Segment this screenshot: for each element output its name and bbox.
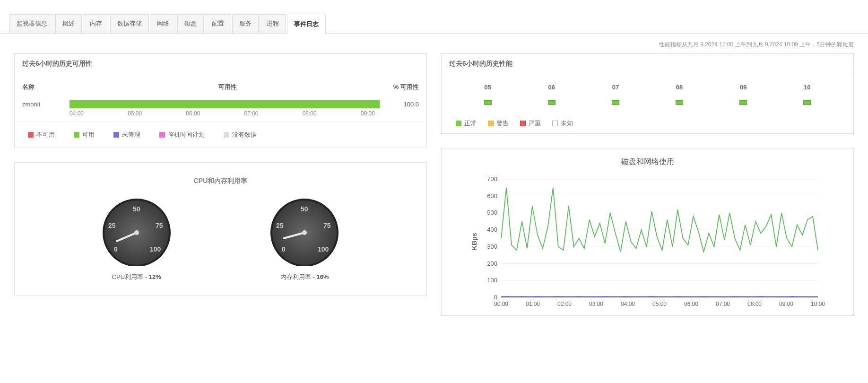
svg-point-7 (134, 230, 139, 235)
svg-text:25: 25 (108, 222, 116, 229)
row-percent: 100.0 (386, 101, 419, 108)
tab-network[interactable]: 网络 (150, 14, 176, 33)
legend-unknown: 未知 (552, 119, 573, 128)
table-row: zmonit 100.0 (15, 95, 426, 108)
svg-text:700: 700 (487, 175, 497, 183)
svg-text:50: 50 (133, 205, 140, 213)
svg-text:0: 0 (114, 245, 118, 253)
tab-memory[interactable]: 内存 (83, 14, 109, 33)
svg-text:02:00: 02:00 (557, 301, 571, 307)
svg-point-15 (302, 230, 307, 235)
perf-hour: 05 (484, 84, 491, 91)
tab-bar: 监视器信息 概述 内存 数据存储 网络 磁盘 配置 服务 进程 事件日志 (0, 14, 868, 34)
svg-text:300: 300 (487, 243, 497, 250)
legend-downtime: 停机时间计划 (159, 131, 205, 139)
svg-text:100: 100 (487, 277, 497, 284)
legend-label: 未知 (561, 119, 573, 128)
status-box-icon (612, 100, 619, 105)
svg-text:04:00: 04:00 (620, 301, 634, 307)
svg-text:500: 500 (487, 209, 497, 216)
perf-hour: 06 (548, 84, 555, 91)
tick: 08:00 (303, 110, 361, 117)
legend-label: 可用 (82, 131, 95, 139)
legend-available: 可用 (74, 131, 95, 139)
time-range-info: 性能指标从九月 9,2024 12:00 上午到九月 9,2024 10:09 … (0, 34, 868, 53)
tab-process[interactable]: 进程 (260, 14, 286, 33)
tab-config[interactable]: 配置 (205, 14, 231, 33)
tab-overview[interactable]: 概述 (55, 14, 82, 33)
swatch-red-icon (28, 132, 34, 138)
availability-title: 过去6小时的历史可用性 (15, 54, 426, 74)
swatch-yellow-icon (488, 121, 494, 126)
tab-event-log[interactable]: 事件日志 (287, 15, 326, 34)
perf-status-row (442, 96, 853, 110)
svg-text:01:00: 01:00 (525, 301, 539, 307)
status-box-icon (676, 100, 683, 105)
svg-text:75: 75 (323, 222, 331, 229)
x-axis-ticks: 04:00 05:00 06:00 07:00 08:00 09:00 (15, 108, 426, 122)
performance-title: 过去6小时的历史性能 (442, 54, 853, 74)
svg-text:06:00: 06:00 (684, 301, 698, 307)
legend-label: 未管理 (122, 131, 140, 139)
legend-unmanaged: 未管理 (113, 131, 140, 139)
svg-text:03:00: 03:00 (589, 301, 603, 307)
svg-text:0: 0 (282, 245, 286, 253)
svg-text:100: 100 (318, 245, 329, 253)
y-axis-label: KBps (470, 233, 478, 250)
performance-panel: 过去6小时的历史性能 05 06 07 08 09 10 正常 警告 严重 (441, 53, 854, 134)
tick: 06:00 (186, 110, 244, 117)
tab-datastore[interactable]: 数据存储 (110, 14, 149, 33)
swatch-green-icon (456, 121, 461, 126)
svg-text:00:00: 00:00 (494, 301, 508, 307)
perf-hour: 08 (676, 84, 683, 91)
performance-legend: 正常 警告 严重 未知 (442, 110, 853, 133)
perf-hour: 10 (804, 84, 810, 91)
col-availability: 可用性 (69, 83, 386, 91)
legend-warning: 警告 (488, 119, 509, 128)
legend-label: 正常 (464, 119, 477, 128)
disk-network-panel: 磁盘和网络使用 KBps 010020030040050060070000:00… (441, 148, 854, 316)
svg-text:07:00: 07:00 (715, 301, 729, 307)
svg-text:400: 400 (487, 226, 497, 233)
legend-nodata: 没有数据 (224, 131, 257, 139)
mem-gauge-icon: 0 25 50 75 100 (262, 195, 347, 266)
status-box-icon (548, 100, 556, 105)
cpu-gauge-icon: 0 25 50 75 100 (94, 195, 179, 266)
tab-service[interactable]: 服务 (232, 14, 259, 33)
legend-label: 停机时间计划 (168, 131, 205, 139)
tab-disk[interactable]: 磁盘 (177, 14, 204, 33)
swatch-pink-icon (159, 132, 165, 138)
mem-gauge-box: 0 25 50 75 100 内存利用率 - 16% (262, 195, 347, 281)
swatch-red-icon (520, 121, 526, 126)
cpu-mem-title: CPU和内存利用率 (15, 163, 426, 195)
availability-panel: 过去6小时的历史可用性 名称 可用性 % 可用性 zmonit 100.0 04… (14, 53, 427, 148)
tick: 07:00 (244, 110, 303, 117)
svg-text:25: 25 (276, 222, 284, 229)
legend-unavailable: 不可用 (28, 131, 55, 139)
svg-text:10:00: 10:00 (810, 301, 825, 307)
svg-text:0: 0 (494, 294, 497, 301)
status-box-icon (484, 100, 492, 105)
svg-text:08:00: 08:00 (747, 301, 761, 307)
legend-label: 不可用 (36, 131, 55, 139)
availability-legend: 不可用 可用 未管理 停机时间计划 没有数据 (15, 122, 426, 148)
swatch-green-icon (74, 132, 79, 138)
cpu-gauge-label: CPU利用率 - 12% (94, 273, 179, 281)
row-name: zmonit (22, 101, 69, 108)
legend-label: 严重 (529, 119, 541, 128)
svg-text:100: 100 (150, 245, 161, 253)
legend-label: 警告 (496, 119, 509, 128)
mem-gauge-label: 内存利用率 - 16% (262, 273, 347, 281)
tab-monitor-info[interactable]: 监视器信息 (9, 14, 54, 33)
col-name: 名称 (22, 83, 69, 91)
tick: 05:00 (128, 110, 186, 117)
perf-hour: 07 (612, 84, 619, 91)
col-percent: % 可用性 (386, 83, 419, 91)
svg-text:09:00: 09:00 (779, 301, 793, 307)
status-box-icon (803, 100, 811, 105)
swatch-grey-icon (224, 132, 229, 138)
svg-text:05:00: 05:00 (652, 301, 666, 307)
status-box-icon (739, 100, 747, 105)
svg-text:50: 50 (301, 205, 308, 213)
availability-bar (69, 100, 380, 108)
